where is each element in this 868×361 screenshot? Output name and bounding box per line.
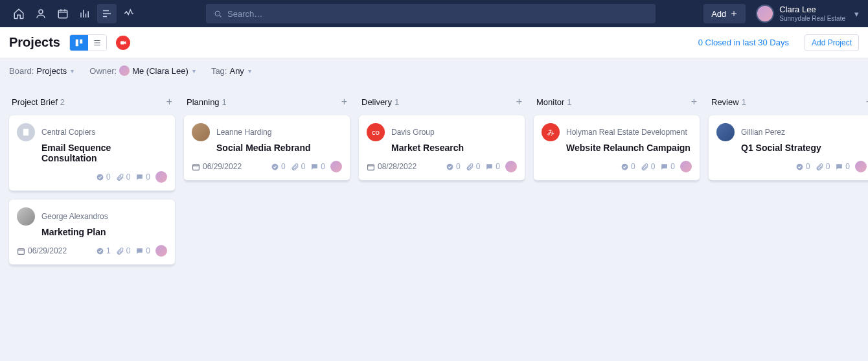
attachments-count: 0 [641, 162, 656, 171]
list-view-button[interactable] [88, 35, 106, 51]
card-meta: 000 [716, 161, 867, 172]
calendar-icon[interactable] [53, 4, 73, 23]
assignee-avatar [855, 161, 867, 172]
plus-icon [730, 10, 738, 17]
project-card[interactable]: みHolyman Real Estate DevelopmentWebsite … [534, 115, 700, 181]
search-input[interactable] [227, 9, 648, 19]
column: Monitor1+みHolyman Real Estate Developmen… [534, 92, 700, 274]
board-filter[interactable]: Board: Projects ▾ [9, 66, 74, 76]
svg-rect-5 [120, 41, 124, 44]
column-header: Delivery1+ [359, 92, 525, 115]
board-view-button[interactable] [70, 35, 88, 51]
client-avatar: co [367, 123, 385, 141]
project-card[interactable]: coDavis GroupMarket Research08/28/202200… [359, 115, 525, 181]
column: Delivery1+coDavis GroupMarket Research08… [359, 92, 525, 274]
svg-point-0 [39, 10, 43, 14]
board-scroll[interactable]: Project Brief2+Central CopiersEmail Sequ… [0, 83, 868, 361]
chevron-down-icon: ▾ [71, 67, 74, 75]
card-title: Market Research [391, 143, 517, 153]
search-input-wrap[interactable] [206, 4, 656, 23]
svg-rect-9 [25, 132, 25, 132]
home-icon[interactable] [9, 4, 29, 23]
client-avatar [192, 123, 210, 141]
chevron-down-icon: ▾ [248, 67, 251, 75]
project-card[interactable]: Central CopiersEmail Sequence Consultati… [9, 115, 175, 192]
column: Project Brief2+Central CopiersEmail Sequ… [9, 92, 175, 274]
tag-filter[interactable]: Tag: Any ▾ [211, 66, 251, 76]
closed-link[interactable]: 0 Closed in last 30 Days [698, 38, 789, 47]
card-title: Q1 Social Strategy [741, 143, 867, 153]
user-avatar [756, 5, 774, 23]
card-title: Website Relaunch Campaign [566, 143, 692, 153]
card-meta: 08/28/2022000 [367, 161, 517, 172]
attachments-count: 0 [116, 246, 131, 255]
add-button-label: Add [711, 9, 726, 19]
card-title: Social Media Rebrand [216, 143, 342, 153]
project-card[interactable]: George AlexandrosMarketing Plan06/29/202… [9, 200, 175, 266]
projects-icon[interactable] [97, 4, 117, 23]
svg-rect-7 [25, 130, 25, 131]
owner-avatar [119, 65, 130, 76]
add-button[interactable]: Add [703, 4, 746, 23]
column-header: Planning1+ [184, 92, 350, 115]
card-title: Email Sequence Consultation [41, 143, 167, 163]
column-title: Delivery1 [361, 97, 399, 107]
column-header: Review1+ [709, 92, 868, 115]
add-card-button[interactable]: + [166, 96, 172, 108]
assignee-avatar [505, 161, 517, 172]
card-date: 08/28/2022 [367, 162, 417, 171]
record-button[interactable] [116, 36, 130, 50]
comments-count: 0 [135, 172, 150, 181]
svg-rect-1 [58, 10, 67, 18]
project-card[interactable]: Gillian PerezQ1 Social Strategy000 [709, 115, 868, 181]
card-date: 06/29/2022 [17, 246, 67, 255]
top-nav: Add Clara Lee Sunnydale Real Estate ▾ [0, 0, 868, 27]
comments-count: 0 [485, 162, 500, 171]
page-title: Projects [9, 35, 60, 50]
chevron-down-icon: ▾ [854, 9, 859, 19]
attachments-count: 0 [116, 172, 131, 181]
comments-count: 0 [135, 246, 150, 255]
list-icon [93, 38, 102, 47]
attachments-count: 0 [466, 162, 481, 171]
record-icon [119, 39, 127, 47]
user-menu[interactable]: Clara Lee Sunnydale Real Estate ▾ [756, 5, 859, 23]
board: Project Brief2+Central CopiersEmail Sequ… [9, 92, 859, 274]
svg-point-19 [797, 163, 803, 170]
add-project-button[interactable]: Add Project [805, 34, 859, 51]
comments-count: 0 [310, 162, 325, 171]
add-card-button[interactable]: + [516, 96, 522, 108]
filter-bar: Board: Projects ▾ Owner: Me (Clara Lee) … [0, 58, 868, 83]
board-icon [74, 38, 84, 47]
svg-point-15 [272, 163, 279, 170]
svg-rect-10 [27, 132, 27, 132]
column: Planning1+Leanne HardingSocial Media Reb… [184, 92, 350, 274]
svg-rect-8 [27, 130, 27, 131]
card-meta: 06/29/2022000 [192, 161, 342, 172]
add-card-button[interactable]: + [866, 96, 868, 108]
card-meta: 000 [17, 171, 167, 183]
card-meta: 06/29/2022100 [17, 245, 167, 257]
search-icon [214, 10, 222, 18]
checks-count: 0 [446, 162, 461, 171]
checks-count: 1 [96, 246, 111, 255]
assignee-avatar [155, 171, 167, 183]
project-card[interactable]: Leanne HardingSocial Media Rebrand06/29/… [184, 115, 350, 181]
add-card-button[interactable]: + [691, 96, 697, 108]
assignee-avatar [680, 161, 692, 172]
owner-filter[interactable]: Owner: Me (Clara Lee) ▾ [89, 65, 196, 76]
bars-icon[interactable] [75, 4, 95, 23]
svg-rect-6 [23, 129, 29, 136]
svg-point-18 [622, 163, 628, 170]
add-card-button[interactable]: + [341, 96, 347, 108]
column-title: Monitor1 [536, 97, 572, 107]
svg-point-17 [447, 163, 453, 170]
person-icon[interactable] [31, 4, 51, 23]
chevron-down-icon: ▾ [192, 67, 196, 75]
column-title: Project Brief2 [12, 97, 65, 107]
comments-count: 0 [660, 162, 675, 171]
column: Review1+Gillian PerezQ1 Social Strategy0… [709, 92, 868, 274]
activity-icon[interactable] [119, 4, 139, 23]
checks-count: 0 [621, 162, 635, 171]
svg-rect-16 [368, 164, 374, 170]
